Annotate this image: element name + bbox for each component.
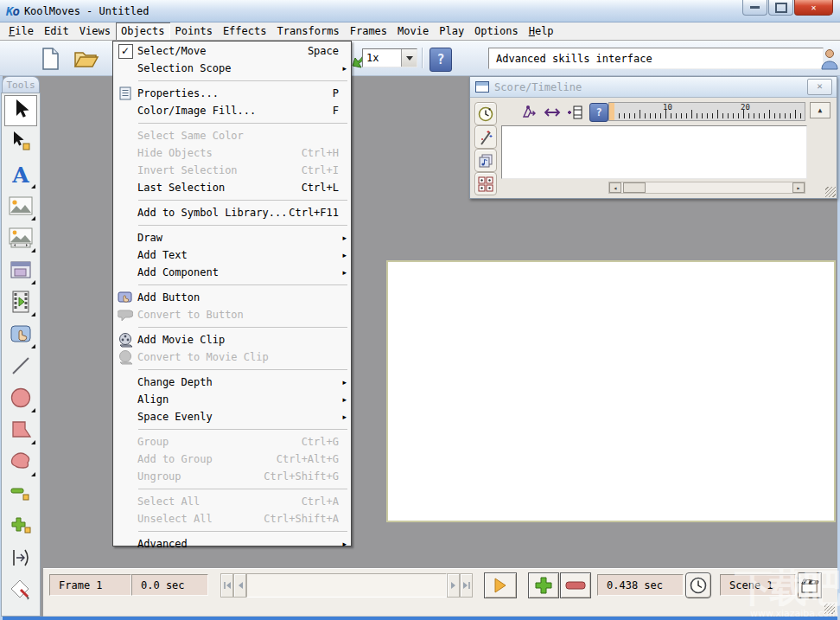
menu-item-selection-scope[interactable]: Selection Scope▸ [113, 60, 351, 77]
tool-line[interactable] [4, 351, 37, 382]
scene-field[interactable]: Scene 1 [720, 574, 796, 596]
hint-field[interactable]: Advanced skills interface [488, 48, 824, 69]
window-resize-grip[interactable] [824, 604, 835, 614]
prev-frame-button[interactable] [233, 573, 246, 598]
polygon-icon [10, 419, 32, 443]
timeline-resize-grip[interactable] [825, 187, 836, 197]
timeline-sound-button[interactable] [474, 149, 497, 172]
menubar-item-transforms[interactable]: Transforms [271, 22, 344, 40]
timeline-scrollbar[interactable]: ◂ ▸ [608, 182, 805, 194]
frame-slider-track[interactable] [246, 573, 447, 598]
menubar-item-play[interactable]: Play [434, 22, 469, 40]
maximize-button[interactable] [768, 0, 793, 16]
menubar-item-objects[interactable]: Objects [116, 22, 170, 40]
stage-canvas[interactable] [386, 260, 836, 522]
help-button[interactable]: ? [427, 47, 455, 73]
window-title: KoolMoves - Untitled [24, 5, 150, 17]
menu-item-add-to-symbol-library[interactable]: Add to Symbol Library...Ctrl+F11 [113, 204, 351, 221]
tool-button[interactable] [4, 319, 37, 350]
scroll-left-icon[interactable]: ◂ [609, 182, 621, 193]
tool-remove-points[interactable] [4, 479, 37, 510]
tool-ellipse[interactable] [4, 383, 37, 414]
timing-button[interactable] [685, 572, 711, 598]
close-button[interactable]: ✕ [794, 0, 833, 16]
first-frame-button[interactable] [220, 573, 233, 598]
menubar-item-options[interactable]: Options [469, 22, 524, 40]
menubar-item-effects[interactable]: Effects [218, 22, 272, 40]
menubar-item-file[interactable]: File [3, 22, 39, 40]
menu-item-draw[interactable]: Draw▸ [113, 229, 351, 246]
menu-item-label: Color/Image Fill... [137, 105, 333, 117]
timeline-track-area[interactable] [501, 125, 807, 179]
menu-item-last-selection[interactable]: Last SelectionCtrl+L [113, 179, 351, 196]
timeline-timeline-help-button[interactable]: ? [589, 103, 609, 122]
menu-item-add-movie-clip[interactable]: Add Movie Clip [113, 331, 351, 348]
timeline-titlebar[interactable]: Score/Timeline ✕ [470, 77, 837, 98]
mi-clip-icon [113, 332, 137, 348]
next-frame-button[interactable] [447, 573, 460, 598]
zoom-select[interactable]: 1x [362, 48, 417, 67]
menubar-item-help[interactable]: Help [524, 22, 559, 40]
tool-reshape[interactable] [4, 543, 37, 574]
tool-image-banner[interactable] [4, 223, 37, 254]
menu-item-label: Selection Scope [137, 62, 346, 74]
tool-image[interactable] [4, 191, 37, 222]
menubar-item-views[interactable]: Views [74, 22, 116, 40]
collapse-button[interactable]: ▲ [810, 102, 830, 118]
scroll-right-icon[interactable]: ▸ [792, 182, 805, 193]
menu-item-select-same-color: Select Same Color [113, 127, 351, 144]
scene-manager-button[interactable] [798, 572, 822, 598]
timeline-add-frame-button[interactable] [565, 103, 586, 122]
tool-select[interactable] [4, 95, 37, 126]
flyout-corner-icon [31, 472, 35, 476]
menu-item-advanced[interactable]: Advanced▸ [113, 535, 351, 553]
menu-item-select-move[interactable]: ✓Select/MoveSpace [113, 42, 351, 60]
tool-freehand[interactable] [4, 447, 37, 478]
add-frame-button[interactable] [528, 572, 559, 598]
tool-polygon[interactable] [4, 415, 37, 446]
menu-item-align[interactable]: Align▸ [113, 391, 351, 408]
last-frame-button[interactable] [460, 573, 473, 598]
tool-point-select[interactable] [4, 127, 37, 158]
menu-item-add-component[interactable]: Add Component▸ [113, 264, 351, 281]
elapsed-time-field[interactable]: 0.0 sec [131, 574, 208, 596]
menu-shortcut: Ctrl+G [302, 436, 339, 448]
new-file-button[interactable] [36, 46, 64, 72]
timeline-close-button[interactable]: ✕ [807, 79, 832, 95]
menu-item-properties[interactable]: Properties...P [113, 85, 351, 102]
menubar-item-edit[interactable]: Edit [39, 22, 74, 40]
menubar-item-points[interactable]: Points [170, 22, 218, 40]
mi-check-icon: ✓ [113, 44, 137, 59]
timeline-grid-button[interactable] [474, 172, 497, 195]
timeline-span-frames-button[interactable] [542, 103, 563, 122]
menu-shortcut: Ctrl+I [302, 164, 339, 176]
timeline-motion-script-button[interactable] [519, 103, 539, 122]
menu-item-change-depth[interactable]: Change Depth▸ [113, 374, 351, 391]
menu-item-add-button[interactable]: Add Button [113, 289, 351, 306]
tool-fill-transform[interactable] [4, 575, 37, 606]
delete-frame-button[interactable] [560, 572, 591, 598]
menu-item-color-image-fill[interactable]: Color/Image Fill...F [113, 102, 351, 119]
menu-item-space-evenly[interactable]: Space Evenly▸ [113, 408, 351, 425]
tool-add-points[interactable] [4, 511, 37, 542]
tool-component[interactable] [4, 255, 37, 286]
minimize-button[interactable] [742, 0, 767, 16]
frame-number-field[interactable]: Frame 1 [49, 574, 131, 596]
play-button[interactable] [484, 572, 517, 598]
tools-panel-tab[interactable]: Tools [2, 76, 40, 93]
timeline-timing-button[interactable] [474, 102, 497, 125]
timeline-effects-button[interactable] [474, 125, 497, 149]
menu-separator [113, 119, 351, 127]
menubar-item-frames[interactable]: Frames [345, 22, 392, 40]
menubar-item-movie[interactable]: Movie [392, 22, 434, 40]
timeline-ruler[interactable]: 10 20 [608, 102, 805, 121]
open-file-button[interactable] [73, 46, 100, 72]
menu-item-add-text[interactable]: Add Text▸ [113, 246, 351, 264]
tool-text[interactable]: A [4, 159, 37, 190]
chevron-down-icon[interactable] [401, 49, 417, 67]
menu-bar: FileEditViewsObjectsPointsEffectsTransfo… [0, 22, 840, 41]
tool-movie-clip[interactable] [4, 287, 37, 318]
scrollbar-thumb[interactable] [623, 182, 646, 193]
duration-field[interactable]: 0.438 sec [597, 574, 684, 596]
submenu-arrow-icon: ▸ [342, 233, 347, 242]
